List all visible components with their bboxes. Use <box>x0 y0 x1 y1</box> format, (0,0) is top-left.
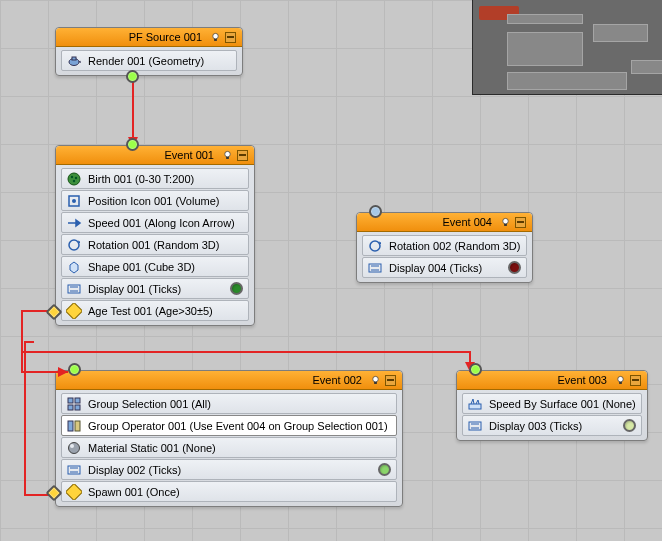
shape-icon <box>66 259 82 275</box>
svg-rect-40 <box>66 484 82 500</box>
operator-label: Display 002 (Ticks) <box>88 464 181 476</box>
lightbulb-icon[interactable] <box>615 375 626 386</box>
operator-label: Rotation 002 (Random 3D) <box>389 240 520 252</box>
svg-rect-30 <box>75 398 80 403</box>
display-color-dot[interactable] <box>378 463 391 476</box>
operator-render[interactable]: Render 001 (Geometry) <box>61 50 237 71</box>
title-text: Event 003 <box>465 374 613 386</box>
svg-rect-9 <box>226 156 229 158</box>
operator-display[interactable]: Display 004 (Ticks) <box>362 257 527 278</box>
rotation-icon <box>66 237 82 253</box>
operator-shape[interactable]: Shape 001 (Cube 3D) <box>61 256 249 277</box>
navigator-preview <box>472 0 662 95</box>
svg-rect-33 <box>68 421 73 431</box>
node-title[interactable]: Event 001 <box>56 146 254 165</box>
operator-group-selection[interactable]: Group Selection 001 (All) <box>61 393 397 414</box>
operator-speed[interactable]: Speed 001 (Along Icon Arrow) <box>61 212 249 233</box>
svg-point-15 <box>72 199 76 203</box>
title-text: PF Source 001 <box>64 31 208 43</box>
svg-rect-34 <box>75 421 80 431</box>
svg-point-27 <box>373 376 379 382</box>
input-port[interactable] <box>469 363 482 376</box>
collapse-icon[interactable] <box>630 375 641 386</box>
operator-rotation[interactable]: Rotation 001 (Random 3D) <box>61 234 249 255</box>
test-spawn[interactable]: Spawn 001 (Once) <box>61 481 397 502</box>
operator-speed-by-surface[interactable]: Speed By Surface 001 (None) <box>462 393 642 414</box>
collapse-icon[interactable] <box>225 32 236 43</box>
speed-icon <box>66 215 82 231</box>
node-event-002[interactable]: Event 002 Group Selection 001 (All) Grou… <box>55 370 403 507</box>
operator-label: Birth 001 (0-30 T:200) <box>88 173 194 185</box>
material-icon <box>66 440 82 456</box>
svg-point-23 <box>370 241 380 251</box>
svg-rect-31 <box>68 405 73 410</box>
spawn-icon <box>66 484 82 500</box>
operator-label: Display 004 (Ticks) <box>389 262 482 274</box>
node-event-003[interactable]: Event 003 Speed By Surface 001 (None) Di… <box>456 370 648 441</box>
operator-birth[interactable]: Birth 001 (0-30 T:200) <box>61 168 249 189</box>
svg-rect-22 <box>504 223 507 225</box>
display-color-dot[interactable] <box>230 282 243 295</box>
display-color-dot[interactable] <box>623 419 636 432</box>
input-port[interactable] <box>68 363 81 376</box>
operator-rotation[interactable]: Rotation 002 (Random 3D) <box>362 235 527 256</box>
svg-rect-7 <box>72 57 76 60</box>
input-port[interactable] <box>126 138 139 151</box>
display-icon <box>467 418 483 434</box>
operator-label: Material Static 001 (None) <box>88 442 216 454</box>
operator-label: Display 003 (Ticks) <box>489 420 582 432</box>
lightbulb-icon[interactable] <box>210 32 221 43</box>
node-title[interactable]: Event 003 <box>457 371 647 390</box>
svg-rect-24 <box>369 264 381 272</box>
age-test-icon <box>66 303 82 319</box>
operator-display[interactable]: Display 003 (Ticks) <box>462 415 642 436</box>
input-port[interactable] <box>369 205 382 218</box>
operator-label: Display 001 (Ticks) <box>88 283 181 295</box>
svg-point-16 <box>69 240 79 250</box>
title-text: Event 001 <box>64 149 220 161</box>
group-operator-icon <box>66 418 82 434</box>
operator-group-operator[interactable]: Group Operator 001 (Use Event 004 on Gro… <box>61 415 397 436</box>
svg-rect-44 <box>469 422 481 430</box>
collapse-icon[interactable] <box>515 217 526 228</box>
collapse-icon[interactable] <box>237 150 248 161</box>
lightbulb-icon[interactable] <box>370 375 381 386</box>
svg-point-13 <box>73 179 75 181</box>
svg-point-36 <box>70 444 74 448</box>
svg-point-41 <box>618 376 624 382</box>
operator-position[interactable]: Position Icon 001 (Volume) <box>61 190 249 211</box>
node-title[interactable]: PF Source 001 <box>56 28 242 47</box>
svg-rect-20 <box>66 303 82 319</box>
operator-label: Spawn 001 (Once) <box>88 486 180 498</box>
display-icon <box>66 281 82 297</box>
operator-label: Speed By Surface 001 (None) <box>489 398 636 410</box>
svg-rect-28 <box>374 381 377 383</box>
svg-rect-42 <box>619 381 622 383</box>
output-port[interactable] <box>126 70 139 83</box>
node-title[interactable]: Event 002 <box>56 371 402 390</box>
rotation-icon <box>367 238 383 254</box>
svg-point-21 <box>503 218 509 224</box>
svg-rect-29 <box>68 398 73 403</box>
title-text: Event 002 <box>64 374 368 386</box>
position-icon <box>66 193 82 209</box>
operator-display[interactable]: Display 002 (Ticks) <box>61 459 397 480</box>
node-event-001[interactable]: Event 001 Birth 001 (0-30 T:200) Positio… <box>55 145 255 326</box>
display-icon <box>66 462 82 478</box>
operator-label: Position Icon 001 (Volume) <box>88 195 219 207</box>
test-age[interactable]: Age Test 001 (Age>30±5) <box>61 300 249 321</box>
node-title[interactable]: Event 004 <box>357 213 532 232</box>
node-pf-source[interactable]: PF Source 001 Render 001 (Geometry) <box>55 27 243 76</box>
operator-label: Group Operator 001 (Use Event 004 on Gro… <box>88 420 388 432</box>
collapse-icon[interactable] <box>385 375 396 386</box>
svg-rect-37 <box>68 466 80 474</box>
svg-rect-17 <box>68 285 80 293</box>
operator-display[interactable]: Display 001 (Ticks) <box>61 278 249 299</box>
node-event-004[interactable]: Event 004 Rotation 002 (Random 3D) Displ… <box>356 212 533 283</box>
operator-label: Render 001 (Geometry) <box>88 55 204 67</box>
operator-material-static[interactable]: Material Static 001 (None) <box>61 437 397 458</box>
lightbulb-icon[interactable] <box>222 150 233 161</box>
display-color-dot[interactable] <box>508 261 521 274</box>
birth-icon <box>66 171 82 187</box>
lightbulb-icon[interactable] <box>500 217 511 228</box>
